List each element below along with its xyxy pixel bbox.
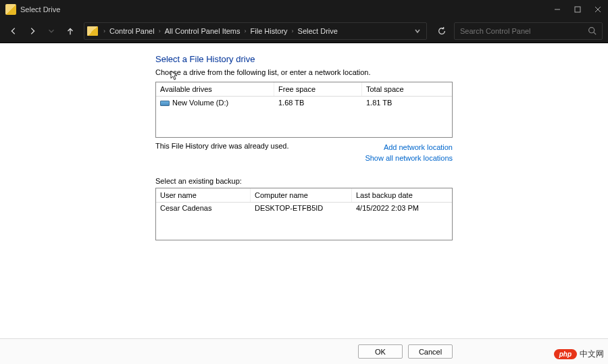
- breadcrumb-item[interactable]: File History: [249, 27, 289, 35]
- backup-computer: DESKTOP-ETFB5ID: [251, 203, 352, 213]
- chevron-right-icon: ›: [289, 28, 297, 34]
- search-box[interactable]: [454, 22, 603, 40]
- up-button[interactable]: [62, 23, 78, 39]
- column-header-date[interactable]: Last backup date: [352, 188, 452, 202]
- drive-total: 1.81 TB: [362, 98, 452, 107]
- column-header-free[interactable]: Free space: [274, 82, 362, 96]
- title-bar: Select Drive: [0, 0, 608, 19]
- watermark-text: 中文网: [580, 348, 604, 360]
- show-network-locations-link[interactable]: Show all network locations: [365, 153, 453, 163]
- page-title: Select a File History drive: [155, 54, 608, 64]
- refresh-button[interactable]: [432, 22, 451, 40]
- backup-section-label: Select an existing backup:: [155, 177, 608, 185]
- chevron-right-icon: ›: [242, 28, 249, 34]
- status-text: This File History drive was already used…: [155, 142, 288, 163]
- forward-button[interactable]: [24, 23, 41, 39]
- drive-free: 1.68 TB: [274, 98, 362, 107]
- drives-table: Available drives Free space Total space …: [155, 82, 453, 138]
- drive-icon: [160, 101, 170, 106]
- search-input[interactable]: [460, 27, 588, 35]
- folder-icon: [87, 26, 98, 36]
- cancel-button[interactable]: Cancel: [408, 344, 453, 359]
- drive-name: New Volume (D:): [172, 99, 228, 107]
- breadcrumb-item[interactable]: All Control Panel Items: [163, 27, 242, 35]
- backup-date: 4/15/2022 2:03 PM: [352, 203, 452, 213]
- drives-table-header: Available drives Free space Total space: [156, 82, 452, 97]
- cursor-icon: [170, 70, 178, 84]
- backup-user: Cesar Cadenas: [156, 203, 251, 213]
- window-title: Select Drive: [20, 5, 547, 14]
- search-icon: [588, 26, 597, 35]
- address-bar[interactable]: › Control Panel › All Control Panel Item…: [84, 22, 427, 40]
- watermark: php 中文网: [554, 348, 604, 360]
- navigation-bar: › Control Panel › All Control Panel Item…: [0, 19, 608, 43]
- column-header-total[interactable]: Total space: [362, 82, 452, 96]
- page-description: Choose a drive from the following list, …: [155, 68, 608, 76]
- app-icon: [5, 4, 16, 15]
- chevron-right-icon: ›: [101, 28, 108, 34]
- breadcrumb-item[interactable]: Select Drive: [297, 27, 339, 35]
- column-header-user[interactable]: User name: [156, 188, 251, 202]
- svg-point-5: [589, 28, 594, 33]
- backup-table: User name Computer name Last backup date…: [155, 188, 453, 240]
- ok-button[interactable]: OK: [358, 344, 403, 359]
- column-header-computer[interactable]: Computer name: [251, 188, 352, 202]
- content-area: Select a File History drive Choose a dri…: [0, 43, 608, 240]
- breadcrumb-item[interactable]: Control Panel: [108, 27, 156, 35]
- close-button[interactable]: [588, 0, 608, 19]
- svg-rect-1: [575, 7, 580, 12]
- footer: OK Cancel: [0, 338, 608, 364]
- backup-row[interactable]: Cesar Cadenas DESKTOP-ETFB5ID 4/15/2022 …: [156, 203, 452, 213]
- watermark-badge: php: [554, 349, 577, 359]
- svg-line-6: [594, 32, 596, 34]
- maximize-button[interactable]: [567, 0, 588, 19]
- add-network-location-link[interactable]: Add network location: [365, 142, 453, 153]
- back-button[interactable]: [5, 23, 22, 39]
- drive-row[interactable]: New Volume (D:) 1.68 TB 1.81 TB: [156, 97, 452, 109]
- chevron-down-icon[interactable]: [414, 28, 421, 34]
- backup-table-header: User name Computer name Last backup date: [156, 188, 452, 203]
- minimize-button[interactable]: [547, 0, 567, 19]
- column-header-drives[interactable]: Available drives: [156, 82, 274, 96]
- recent-button[interactable]: [43, 23, 59, 39]
- chevron-right-icon: ›: [156, 28, 163, 34]
